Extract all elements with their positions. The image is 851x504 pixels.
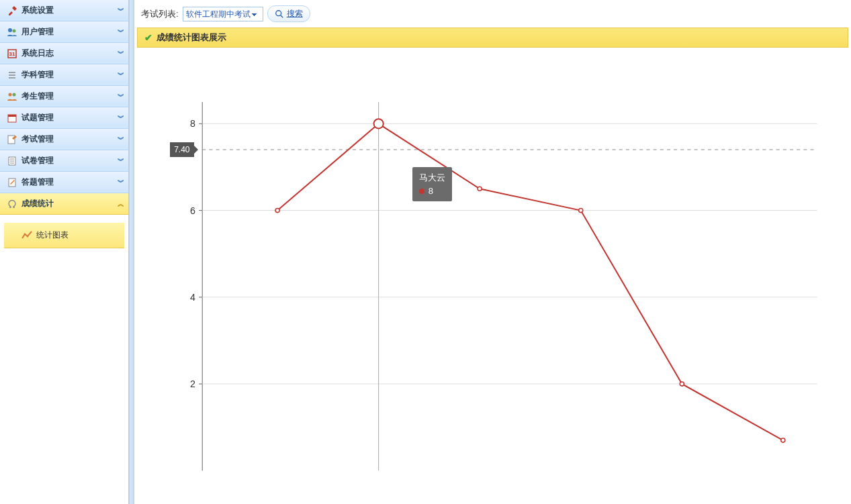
sidebar-item-2[interactable]: 31系统日志︾ (0, 43, 128, 64)
svg-point-40 (680, 382, 684, 386)
svg-point-19 (275, 10, 281, 15)
chevron-up-icon: ︽ (118, 199, 122, 209)
chevron-down-icon: ︾ (118, 6, 122, 15)
yaxis-crosshair-badge: 7.40 (170, 142, 193, 157)
sidebar-item-label: 试卷管理 (21, 155, 54, 166)
svg-point-17 (24, 233, 26, 235)
svg-point-41 (781, 438, 785, 442)
chart-area: 2468 7.40 马大云 8 (154, 61, 831, 500)
sidebar-item-label: 考生管理 (21, 91, 54, 102)
svg-point-7 (9, 93, 12, 96)
svg-point-38 (478, 187, 482, 191)
panel-header: ✔ 成绩统计图表展示 (137, 28, 848, 48)
svg-point-18 (27, 235, 29, 237)
search-button-label: 搜索 (287, 8, 303, 19)
svg-text:6: 6 (190, 205, 195, 216)
svg-point-1 (13, 29, 16, 32)
chevron-down-icon: ︾ (118, 178, 122, 187)
panel-title: 成绩统计图表展示 (156, 32, 226, 44)
sidebar-item-label: 系统日志 (21, 48, 54, 59)
sidebar: 系统设置︾用户管理︾31系统日志︾学科管理︾考生管理︾试题管理︾考试管理︾试卷管… (0, 0, 129, 504)
check-icon: ✔ (144, 32, 152, 43)
sidebar-item-label: 试题管理 (21, 112, 54, 123)
svg-point-0 (8, 28, 12, 32)
exam-list-label: 考试列表: (141, 8, 179, 20)
sidebar-splitter[interactable] (129, 0, 134, 504)
omega-icon (7, 199, 17, 209)
sidebar-item-label: 学科管理 (21, 69, 54, 81)
pen-icon (7, 177, 17, 188)
students-icon (7, 91, 17, 102)
svg-text:8: 8 (190, 118, 195, 129)
chevron-down-icon: ︾ (118, 92, 122, 101)
sidebar-item-label: 系统设置 (21, 5, 54, 16)
chevron-down-icon: ︾ (118, 28, 122, 37)
users-icon (7, 27, 17, 38)
svg-text:2: 2 (190, 379, 195, 389)
sidebar-subitem-label: 统计图表 (36, 230, 69, 241)
list-icon (7, 70, 17, 81)
sidebar-item-label: 用户管理 (21, 26, 54, 38)
edit-icon (7, 134, 17, 145)
log-icon: 31 (7, 48, 17, 59)
chevron-down-icon: ︾ (118, 70, 122, 80)
svg-rect-11 (8, 136, 15, 144)
sidebar-item-0[interactable]: 系统设置︾ (0, 0, 128, 21)
chevron-down-icon: ︾ (118, 135, 122, 144)
tools-icon (7, 5, 17, 16)
svg-point-39 (579, 209, 583, 213)
svg-point-37 (374, 119, 384, 128)
main-panel: 考试列表: 软件工程期中考试 搜索 ✔ 成绩统计图表展示 2468 7.40 马… (134, 0, 851, 504)
chevron-down-icon: ︾ (118, 113, 122, 123)
svg-text:4: 4 (190, 292, 195, 303)
chart-line-icon (21, 230, 32, 241)
line-chart[interactable]: 2468 (154, 61, 831, 500)
svg-text:31: 31 (9, 51, 15, 57)
calendar-icon (7, 113, 17, 123)
sidebar-item-4[interactable]: 考生管理︾ (0, 86, 128, 107)
search-button[interactable]: 搜索 (267, 5, 310, 22)
sidebar-item-label: 考试管理 (21, 134, 54, 145)
sidebar-subitem-chart[interactable]: 统计图表 (4, 223, 124, 248)
svg-point-36 (275, 209, 279, 213)
search-icon (275, 9, 284, 19)
sidebar-item-7[interactable]: 试卷管理︾ (0, 150, 128, 172)
sidebar-item-9[interactable]: 成绩统计︽ (0, 193, 128, 215)
svg-point-8 (13, 93, 16, 96)
sidebar-item-label: 答题管理 (21, 177, 54, 188)
chevron-down-icon: ︾ (118, 156, 122, 166)
sidebar-item-6[interactable]: 考试管理︾ (0, 129, 128, 150)
svg-rect-10 (8, 115, 16, 117)
sidebar-item-label: 成绩统计 (21, 198, 54, 209)
sidebar-item-3[interactable]: 学科管理︾ (0, 64, 128, 86)
sidebar-item-1[interactable]: 用户管理︾ (0, 21, 128, 43)
sidebar-item-5[interactable]: 试题管理︾ (0, 107, 128, 129)
doc-icon (7, 156, 17, 166)
toolbar: 考试列表: 软件工程期中考试 搜索 (134, 0, 851, 28)
svg-line-20 (280, 15, 283, 17)
sidebar-item-8[interactable]: 答题管理︾ (0, 172, 128, 193)
chevron-down-icon: ︾ (118, 49, 122, 58)
exam-list-select[interactable]: 软件工程期中考试 (183, 7, 263, 21)
